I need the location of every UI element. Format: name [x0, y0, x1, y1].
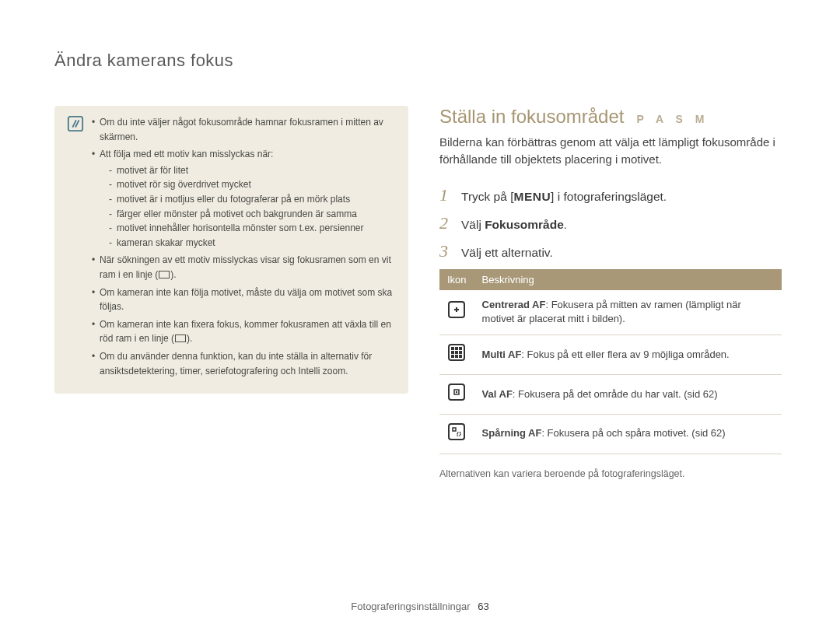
frame-icon	[159, 271, 170, 278]
step-text: Tryck på [MENU] i fotograferingsläget.	[461, 188, 667, 205]
tracking-af-icon	[447, 422, 466, 441]
frame-icon	[175, 335, 186, 342]
table-cell-text: : Fokusera på och spåra motivet. (sid 62…	[541, 427, 725, 439]
svg-rect-8	[451, 351, 454, 354]
step-item: 1 Tryck på [MENU] i fotograferingsläget.	[439, 185, 782, 205]
page-number: 63	[478, 601, 488, 612]
info-icon	[67, 115, 84, 132]
table-row: Centrerad AF: Fokusera på mitten av rame…	[439, 290, 782, 335]
step-text: Välj Fokusområde.	[461, 216, 567, 233]
af-icon-cell	[439, 375, 474, 415]
note-item: Att följa med ett motiv kan misslyckas n…	[92, 147, 396, 250]
footer: Fotograferingsinställningar 63	[54, 601, 786, 612]
note-box: Om du inte väljer något fokusområde hamn…	[54, 106, 408, 394]
note-sub-item: motivet är för litet	[109, 163, 396, 178]
section-modes: P A S M	[636, 113, 709, 125]
table-header-desc: Beskrivning	[474, 269, 782, 290]
section-caption: Alternativen kan variera beroende på fot…	[439, 468, 782, 479]
note-item-text: Om kameran inte kan fixera fokus, kommer…	[100, 319, 391, 345]
note-item: Om du använder denna funktion, kan du in…	[92, 349, 396, 378]
svg-rect-7	[459, 347, 462, 350]
options-table: Ikon Beskrivning Centrerad AF: Fokusera …	[439, 269, 782, 454]
center-af-icon	[447, 300, 466, 319]
af-icon-cell	[439, 414, 474, 454]
note-item-text: När sökningen av ett motiv misslyckas vi…	[100, 254, 391, 280]
note-item: När sökningen av ett motiv misslyckas vi…	[92, 253, 396, 282]
multi-af-icon	[447, 343, 466, 362]
svg-rect-11	[451, 355, 454, 358]
note-sub-list: motivet är för litet motivet rör sig öve…	[100, 163, 396, 250]
table-cell-text: : Fokus på ett eller flera av 9 möjliga …	[521, 349, 729, 360]
steps-list: 1 Tryck på [MENU] i fotograferingsläget.…	[439, 185, 782, 261]
step-text-part: Tryck på [	[461, 190, 513, 203]
table-row: Multi AF: Fokus på ett eller flera av 9 …	[439, 335, 782, 375]
step-number: 3	[439, 241, 453, 261]
table-cell-bold: Centrerad AF	[482, 299, 546, 310]
af-icon-cell	[439, 335, 474, 375]
svg-rect-13	[459, 355, 462, 358]
footer-label: Fotograferingsinställningar	[351, 601, 470, 612]
section-title: Ställa in fokusområdet	[439, 106, 624, 128]
table-cell-bold: Spårning AF	[482, 427, 542, 439]
table-cell-desc: Centrerad AF: Fokusera på mitten av rame…	[474, 290, 782, 335]
page-title: Ändra kamerans fokus	[54, 51, 786, 71]
step-item: 2 Välj Fokusområde.	[439, 213, 782, 233]
svg-rect-17	[449, 424, 464, 440]
table-cell-desc: Spårning AF: Fokusera på och spåra motiv…	[474, 414, 782, 454]
note-item: Om kameran inte kan fixera fokus, kommer…	[92, 317, 396, 346]
svg-rect-9	[455, 351, 458, 354]
svg-rect-6	[455, 347, 458, 350]
step-item: 3 Välj ett alternativ.	[439, 241, 782, 261]
table-row: Spårning AF: Fokusera på och spåra motiv…	[439, 414, 782, 454]
svg-rect-0	[68, 117, 82, 131]
step-number: 1	[439, 185, 453, 205]
note-item-text: ).	[187, 333, 192, 344]
step-text-part: Välj	[461, 218, 485, 231]
table-cell-bold: Val AF	[482, 388, 513, 400]
table-cell-bold: Multi AF	[482, 349, 522, 360]
note-item-text: ).	[170, 269, 176, 280]
selection-af-icon	[447, 383, 466, 401]
table-cell-desc: Multi AF: Fokus på ett eller flera av 9 …	[474, 335, 782, 375]
note-sub-item: motivet innehåller horisontella mönster …	[109, 221, 396, 236]
svg-rect-12	[455, 355, 458, 358]
note-item-text: Att följa med ett motiv kan misslyckas n…	[100, 149, 273, 159]
note-list: Om du inte väljer något fokusområde hamn…	[92, 115, 396, 381]
note-item: Om du inte väljer något fokusområde hamn…	[92, 115, 396, 144]
svg-rect-5	[451, 347, 454, 350]
svg-rect-10	[459, 351, 462, 354]
note-sub-item: kameran skakar mycket	[109, 236, 396, 250]
note-item: Om kameran inte kan följa motivet, måste…	[92, 285, 396, 314]
svg-point-16	[456, 391, 457, 393]
step-text-part: .	[564, 218, 567, 231]
table-cell-text: : Fokusera på det område du har valt. (s…	[513, 388, 718, 400]
step-number: 2	[439, 213, 453, 233]
note-sub-item: färger eller mönster på motivet och bakg…	[109, 207, 396, 222]
table-cell-desc: Val AF: Fokusera på det område du har va…	[474, 375, 782, 415]
section-intro: Bilderna kan förbättras genom att välja …	[439, 134, 782, 168]
table-header-icon: Ikon	[439, 269, 474, 290]
note-sub-item: motivet rör sig överdrivet mycket	[109, 177, 396, 192]
menu-icon: MENU	[513, 190, 551, 203]
step-text-part: ] i fotograferingsläget.	[551, 190, 667, 203]
table-row: Val AF: Fokusera på det område du har va…	[439, 375, 782, 415]
step-text-bold: Fokusområde	[485, 218, 564, 231]
step-text: Välj ett alternativ.	[461, 244, 553, 261]
note-sub-item: motivet är i motljus eller du fotografer…	[109, 192, 396, 207]
af-icon-cell	[439, 290, 474, 335]
